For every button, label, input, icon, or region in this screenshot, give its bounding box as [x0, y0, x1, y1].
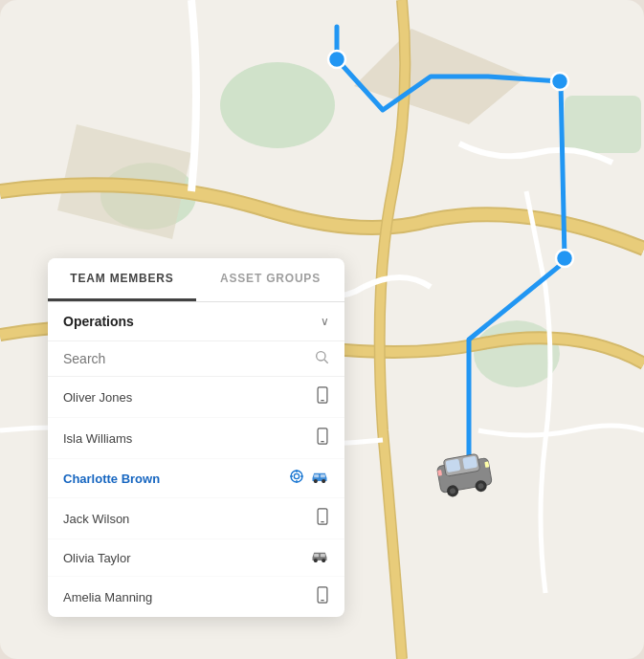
svg-point-7: [328, 51, 345, 68]
svg-point-35: [314, 479, 318, 483]
svg-rect-40: [321, 554, 325, 557]
svg-point-28: [294, 473, 299, 478]
svg-point-3: [474, 320, 560, 387]
search-row: [48, 341, 344, 377]
svg-rect-13: [446, 459, 461, 472]
svg-point-21: [317, 352, 325, 361]
svg-point-0: [220, 62, 335, 148]
member-icons: [316, 428, 329, 449]
svg-point-42: [322, 559, 325, 562]
search-input[interactable]: [63, 351, 306, 366]
svg-point-41: [314, 559, 318, 562]
member-row[interactable]: Oliver Jones: [48, 377, 344, 418]
svg-rect-2: [565, 96, 641, 153]
members-list: Oliver JonesIsla WilliamsCharlotte Brown…: [48, 377, 344, 617]
chevron-down-icon: ∨: [321, 315, 329, 328]
svg-line-22: [324, 360, 328, 363]
member-name: Charlotte Brown: [63, 472, 160, 486]
target-icon: [289, 469, 304, 488]
member-icons: [316, 386, 329, 407]
svg-rect-14: [462, 456, 477, 470]
svg-point-36: [322, 479, 325, 483]
phone-icon: [316, 508, 329, 529]
member-name: Isla Williams: [63, 431, 132, 446]
svg-rect-34: [321, 474, 325, 477]
svg-point-9: [556, 250, 573, 267]
tab-bar: TEAM MEMBERS ASSET GROUPS: [48, 258, 344, 302]
member-name: Olivia Taylor: [63, 551, 131, 565]
member-name: Jack Wilson: [63, 512, 129, 526]
member-name: Amelia Manning: [63, 590, 152, 604]
phone-icon: [316, 586, 329, 607]
tab-asset-groups[interactable]: ASSET GROUPS: [196, 258, 344, 301]
member-row[interactable]: Olivia Taylor: [48, 539, 344, 577]
tab-team-members[interactable]: TEAM MEMBERS: [48, 258, 196, 301]
member-row[interactable]: Charlotte Brown: [48, 459, 344, 498]
member-icons: [310, 549, 329, 566]
phone-icon: [316, 428, 329, 449]
svg-rect-39: [314, 554, 319, 557]
svg-rect-33: [314, 474, 319, 477]
phone-icon: [316, 386, 329, 407]
group-header[interactable]: Operations ∨: [48, 302, 344, 341]
member-icons: [316, 508, 329, 529]
search-icon: [314, 349, 329, 368]
member-row[interactable]: Isla Williams: [48, 418, 344, 459]
member-icons: [316, 586, 329, 607]
group-name: Operations: [63, 314, 134, 329]
svg-point-8: [551, 73, 568, 90]
member-name: Oliver Jones: [63, 390, 132, 405]
member-row[interactable]: Amelia Manning: [48, 577, 344, 617]
team-members-panel: TEAM MEMBERS ASSET GROUPS Operations ∨ O…: [48, 258, 344, 617]
member-row[interactable]: Jack Wilson: [48, 498, 344, 539]
member-icons: [289, 469, 329, 488]
car-icon: [310, 470, 329, 487]
car-icon: [310, 549, 329, 566]
